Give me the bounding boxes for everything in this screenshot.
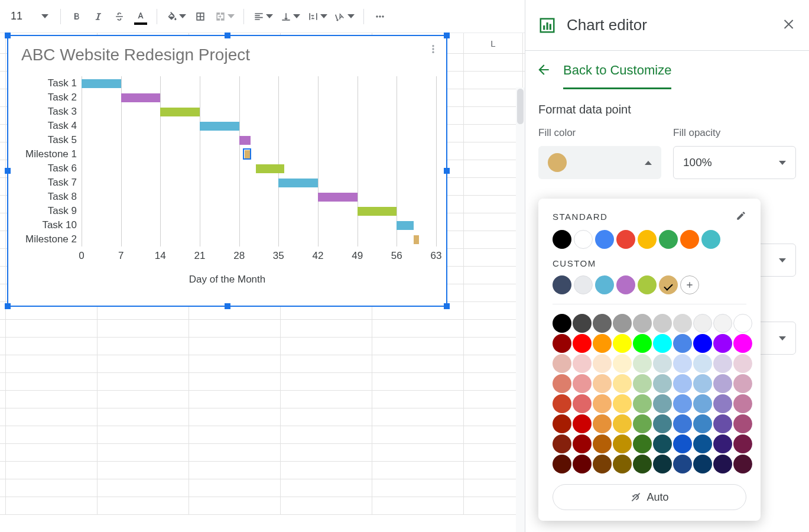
color-swatch[interactable] — [613, 354, 632, 373]
color-swatch[interactable] — [653, 394, 672, 413]
color-swatch[interactable] — [616, 230, 635, 249]
gantt-bar[interactable] — [256, 164, 284, 173]
color-swatch[interactable] — [673, 334, 692, 353]
color-swatch[interactable] — [633, 314, 652, 333]
fill-opacity-selector[interactable]: 100% — [673, 146, 796, 179]
gantt-bar[interactable] — [414, 235, 420, 244]
color-swatch[interactable] — [713, 334, 732, 353]
color-swatch[interactable] — [693, 455, 712, 473]
color-swatch[interactable] — [653, 334, 672, 353]
color-swatch[interactable] — [633, 394, 652, 413]
scrollbar-thumb[interactable] — [517, 89, 524, 124]
color-swatch[interactable] — [659, 275, 678, 294]
color-swatch[interactable] — [553, 394, 571, 413]
text-color-button[interactable] — [132, 8, 150, 25]
chart-title[interactable]: ABC Website Redesign Project — [21, 46, 250, 64]
color-swatch[interactable] — [653, 314, 672, 333]
color-swatch[interactable] — [573, 354, 592, 373]
gantt-bar[interactable] — [200, 122, 239, 131]
resize-handle[interactable] — [225, 303, 230, 309]
color-swatch[interactable] — [659, 230, 678, 249]
color-swatch[interactable] — [573, 455, 592, 473]
color-swatch[interactable] — [693, 394, 712, 413]
auto-color-button[interactable]: Auto — [553, 484, 746, 510]
color-swatch[interactable] — [673, 434, 692, 453]
selected-data-point[interactable] — [243, 148, 251, 160]
chart-plot-area[interactable]: Task 1Task 2Task 3Task 4Task 5Milestone … — [82, 76, 436, 246]
add-custom-color-button[interactable] — [680, 275, 699, 294]
color-swatch[interactable] — [553, 334, 571, 353]
color-swatch[interactable] — [613, 314, 632, 333]
color-swatch[interactable] — [553, 314, 571, 333]
column-header[interactable]: L — [464, 33, 523, 53]
color-swatch[interactable] — [693, 434, 712, 453]
color-swatch[interactable] — [593, 434, 612, 453]
color-swatch[interactable] — [693, 334, 712, 353]
color-swatch[interactable] — [638, 230, 657, 249]
color-swatch[interactable] — [553, 230, 571, 249]
color-swatch[interactable] — [633, 414, 652, 433]
chart-object[interactable]: ABC Website Redesign Project Task 1Task … — [7, 35, 447, 307]
color-swatch[interactable] — [653, 414, 672, 433]
color-swatch[interactable] — [673, 455, 692, 473]
color-swatch[interactable] — [713, 455, 732, 473]
back-to-customize-link[interactable]: Back to Customize — [563, 63, 671, 89]
color-swatch[interactable] — [593, 394, 612, 413]
color-swatch[interactable] — [733, 414, 752, 433]
color-swatch[interactable] — [633, 354, 652, 373]
color-swatch[interactable] — [713, 414, 732, 433]
color-swatch[interactable] — [713, 434, 732, 453]
horizontal-align-button[interactable] — [251, 8, 275, 25]
font-size-selector[interactable]: 11 — [6, 7, 53, 27]
color-swatch[interactable] — [653, 455, 672, 473]
color-swatch[interactable] — [553, 374, 571, 393]
color-swatch[interactable] — [638, 275, 657, 294]
color-swatch[interactable] — [693, 414, 712, 433]
color-swatch[interactable] — [713, 354, 732, 373]
color-swatch[interactable] — [553, 275, 571, 294]
color-swatch[interactable] — [593, 314, 612, 333]
color-swatch[interactable] — [573, 334, 592, 353]
color-swatch[interactable] — [574, 275, 593, 294]
color-swatch[interactable] — [633, 434, 652, 453]
color-swatch[interactable] — [553, 455, 571, 473]
color-swatch[interactable] — [693, 314, 712, 333]
color-swatch[interactable] — [593, 334, 612, 353]
resize-handle[interactable] — [225, 33, 230, 38]
color-swatch[interactable] — [693, 354, 712, 373]
resize-handle[interactable] — [5, 168, 11, 174]
text-rotation-button[interactable] — [333, 8, 356, 25]
color-swatch[interactable] — [680, 230, 699, 249]
color-swatch[interactable] — [573, 374, 592, 393]
color-swatch[interactable] — [733, 374, 752, 393]
color-swatch[interactable] — [733, 314, 752, 333]
edit-icon[interactable] — [736, 210, 746, 223]
resize-handle[interactable] — [444, 303, 450, 309]
color-swatch[interactable] — [573, 434, 592, 453]
color-swatch[interactable] — [733, 354, 752, 373]
color-swatch[interactable] — [593, 414, 612, 433]
color-swatch[interactable] — [553, 414, 571, 433]
gantt-bar[interactable] — [397, 221, 414, 230]
color-swatch[interactable] — [633, 374, 652, 393]
merge-cells-button[interactable] — [213, 8, 236, 25]
color-swatch[interactable] — [673, 354, 692, 373]
color-swatch[interactable] — [673, 394, 692, 413]
chart-menu-button[interactable] — [425, 41, 441, 57]
color-swatch[interactable] — [553, 354, 571, 373]
text-wrap-button[interactable] — [306, 8, 329, 25]
color-swatch[interactable] — [613, 434, 632, 453]
color-swatch[interactable] — [593, 354, 612, 373]
color-swatch[interactable] — [593, 374, 612, 393]
color-swatch[interactable] — [613, 455, 632, 473]
vertical-align-button[interactable] — [278, 8, 302, 25]
color-swatch[interactable] — [633, 455, 652, 473]
more-button[interactable] — [371, 8, 389, 25]
color-swatch[interactable] — [574, 230, 593, 249]
color-swatch[interactable] — [613, 394, 632, 413]
borders-button[interactable] — [191, 8, 209, 25]
italic-button[interactable] — [89, 8, 107, 25]
fill-color-button[interactable] — [164, 8, 188, 25]
gantt-bar[interactable] — [239, 136, 251, 145]
color-swatch[interactable] — [613, 374, 632, 393]
